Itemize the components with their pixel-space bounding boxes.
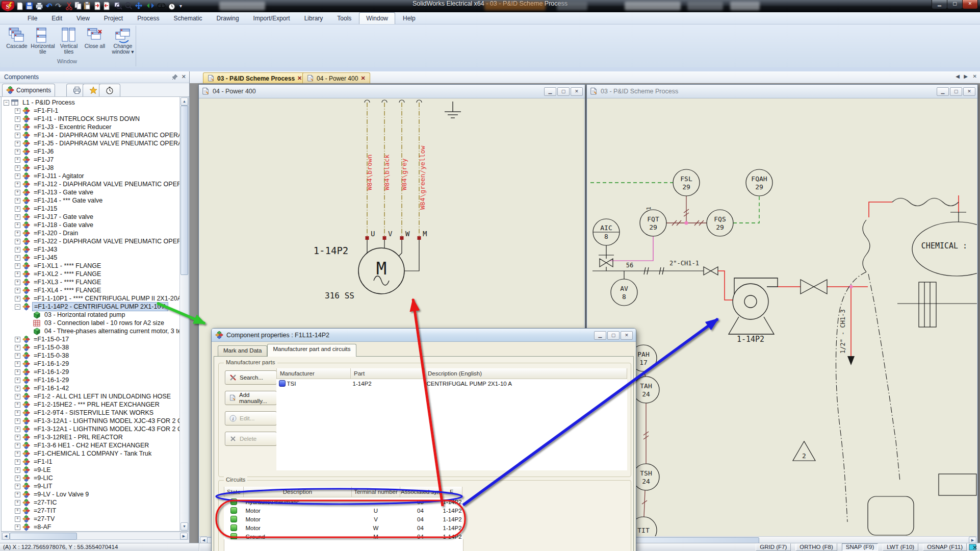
tree-item[interactable]: +=F1-J4 - DIAPHRAGM VALVE PNEUMATIC OPER… (2, 131, 188, 139)
expand-icon[interactable]: + (15, 427, 20, 432)
scroll-up-icon[interactable]: ▲ (180, 97, 188, 106)
circuit-row[interactable]: MotorV041-14P2 (224, 515, 462, 523)
tree-item[interactable]: +=F1-16-1-42 (2, 384, 188, 392)
minimize-icon[interactable]: ▁ (544, 87, 556, 96)
pid-drawing-canvas[interactable]: 131 56 2"-CH1-1 (587, 98, 977, 537)
tree-item[interactable]: +=F1-3-6 HE1 - CH2 HEAT EXCHANGER (2, 441, 188, 449)
tree-item[interactable]: +=F1-XL3 - **** FLANGE (2, 278, 188, 286)
tree-item[interactable]: +=F1-15-0-38 (2, 343, 188, 352)
menu-help[interactable]: Help (396, 13, 422, 24)
expand-icon[interactable]: + (15, 435, 20, 440)
restore-icon[interactable]: ▢ (557, 87, 570, 96)
tab-history[interactable] (99, 84, 120, 96)
expand-icon[interactable]: + (15, 492, 20, 497)
scroll-down-icon[interactable]: ▼ (180, 522, 188, 531)
expand-icon[interactable]: + (15, 271, 20, 277)
tree-item[interactable]: +=27-TV (2, 515, 188, 523)
expand-icon[interactable]: + (15, 459, 20, 465)
expand-icon[interactable]: + (15, 214, 20, 220)
expand-icon[interactable]: + (15, 378, 20, 383)
tree-item[interactable]: +=F1-J43 (2, 245, 188, 254)
expand-icon[interactable]: + (15, 443, 20, 448)
close-all-button[interactable]: Close all (82, 27, 108, 58)
expand-icon[interactable]: + (15, 255, 20, 261)
expand-icon[interactable]: + (15, 500, 20, 506)
expand-icon[interactable]: + (15, 524, 20, 530)
doc-tab-04-power-400[interactable]: 04 - Power 400✕ (302, 72, 370, 84)
tree-horizontal-scrollbar[interactable]: ◀ ▶ (1, 532, 189, 540)
change-window-button[interactable]: Change window ▾ (108, 27, 138, 58)
menu-file[interactable]: File (21, 13, 44, 24)
power-window-titlebar[interactable]: 04 - Power 400 (199, 85, 585, 98)
tree-item[interactable]: +=F1-1-10P1 - **** CENTRIFUGAL PUMP II 2… (2, 294, 188, 303)
expand-icon[interactable]: + (15, 157, 20, 163)
restore-icon[interactable]: ▢ (950, 87, 962, 96)
tree-item[interactable]: +=9-LV - Lov Valve 9 (2, 490, 188, 498)
tree-item[interactable]: +=F1-J17 - Gate valve (2, 213, 188, 221)
annotation-monitor-icon[interactable] (969, 544, 978, 551)
maximize-button[interactable]: ▢ (947, 0, 963, 9)
cascade-button[interactable]: Cascade (4, 27, 30, 58)
tab-close-icon[interactable]: ✕ (973, 73, 977, 79)
manufacturer-row[interactable]: TSI1-14P2CENTRIFUGAL PUMP 2X1-10 A (277, 379, 627, 388)
tree-item[interactable]: +=F1-J6 (2, 147, 188, 156)
circuits-table[interactable]: StateDescriptionTerminal numberAssociate… (224, 487, 462, 541)
expand-icon[interactable]: + (15, 353, 20, 359)
tree-item[interactable]: +=F1-CHEMICAL 1 COMPANY - Tank Truk (2, 449, 188, 458)
menu-window[interactable]: Window (359, 12, 395, 24)
tab-manufacturer-part-and-circuits[interactable]: Manufacturer part and circuits (267, 344, 356, 357)
tab-mark-and-data[interactable]: Mark and Data (218, 345, 267, 357)
tree-item[interactable]: +=F1-J7 (2, 156, 188, 164)
tree-item[interactable]: +=F1-J8 (2, 164, 188, 172)
expand-icon[interactable]: + (15, 141, 20, 146)
tree-item[interactable]: +=F1-XL2 - **** FLANGE (2, 270, 188, 278)
motor-symbol[interactable]: M (358, 248, 404, 294)
tab-scroll-right-icon[interactable]: ▶ (964, 73, 968, 79)
tab-close-icon[interactable]: ✕ (360, 75, 365, 82)
tree-item[interactable]: +=F1-3-12A1 - LIGHTNING MODEL XJC-43 FOR… (2, 417, 188, 425)
tree-item[interactable]: +=9-LE (2, 466, 188, 474)
expand-icon[interactable]: + (15, 108, 20, 114)
tree-item[interactable]: +=F1-3-12A1 - LIGHTNING MODEL XJC-43 FOR… (2, 425, 188, 433)
pid-window-titlebar[interactable]: 03 - P&ID Scheme Process (587, 85, 977, 98)
toggle-snap[interactable]: SNAP (F9) (842, 543, 878, 551)
add-manually-button[interactable]: Add manually... (225, 391, 277, 405)
tree-item[interactable]: +=F1-J12 - DIAPHRAGM VALVE PNEUMATIC OPE… (2, 180, 188, 188)
expand-icon[interactable]: + (15, 206, 20, 212)
tree-item[interactable]: +=F1-J5 - DIAPHRAGM VALVE PNEUMATIC OPER… (2, 139, 188, 147)
menu-process[interactable]: Process (131, 13, 166, 24)
expand-icon[interactable]: + (15, 484, 20, 489)
toggle-grid[interactable]: GRID (F7) (756, 543, 791, 551)
instrument-fqs[interactable]: FQS29 (707, 210, 733, 236)
power-wires[interactable] (367, 103, 419, 238)
menu-edit[interactable]: Edit (45, 13, 69, 24)
expand-icon[interactable]: + (15, 231, 20, 236)
menu-project[interactable]: Project (97, 13, 130, 24)
close-button[interactable]: ✕ (962, 0, 978, 9)
tree-item[interactable]: +=F1-16-1-29 (2, 368, 188, 376)
tree-item[interactable]: +=F1-2 - ALL CH1 LEFT IN UNDLOADING HOSE (2, 392, 188, 400)
tree-item[interactable]: +=8-AF (2, 523, 188, 531)
column-header[interactable]: F (441, 487, 462, 497)
expand-icon[interactable]: + (15, 402, 20, 408)
circuit-row[interactable]: MotorW041-14P2 (224, 523, 462, 532)
expand-icon[interactable]: + (15, 247, 20, 253)
menu-schematic[interactable]: Schematic (167, 13, 209, 24)
instrument-av[interactable]: AV8 (611, 279, 637, 306)
expand-icon[interactable]: + (15, 133, 20, 138)
scroll-left-icon[interactable]: ◀ (2, 533, 10, 540)
tree-item[interactable]: +=F1-I1 (2, 458, 188, 466)
instrument-aic[interactable]: AIC8 (593, 219, 620, 245)
expand-icon[interactable]: + (15, 222, 20, 228)
tree-hscrollbar-thumb[interactable] (10, 533, 77, 540)
column-header[interactable]: Description (English) (425, 368, 627, 379)
expand-icon[interactable]: + (15, 475, 20, 481)
tree-item[interactable]: +=F1-3-12RE1 - PRL REACTOR (2, 433, 188, 441)
pump-symbol[interactable] (729, 278, 778, 334)
circuit-row[interactable]: MotorU041-14P2 (224, 506, 462, 515)
tree-item[interactable]: +=F1-16-1-29 (2, 360, 188, 368)
expand-icon[interactable]: + (15, 369, 20, 375)
solidworks-logo-icon[interactable]: S (1, 1, 15, 12)
tree-item[interactable]: +=F1-15-0-17 (2, 335, 188, 343)
tree-item[interactable]: +=F1-J22 - DIAPHRAGM VALVE PNEUMATIC OPE… (2, 237, 188, 245)
